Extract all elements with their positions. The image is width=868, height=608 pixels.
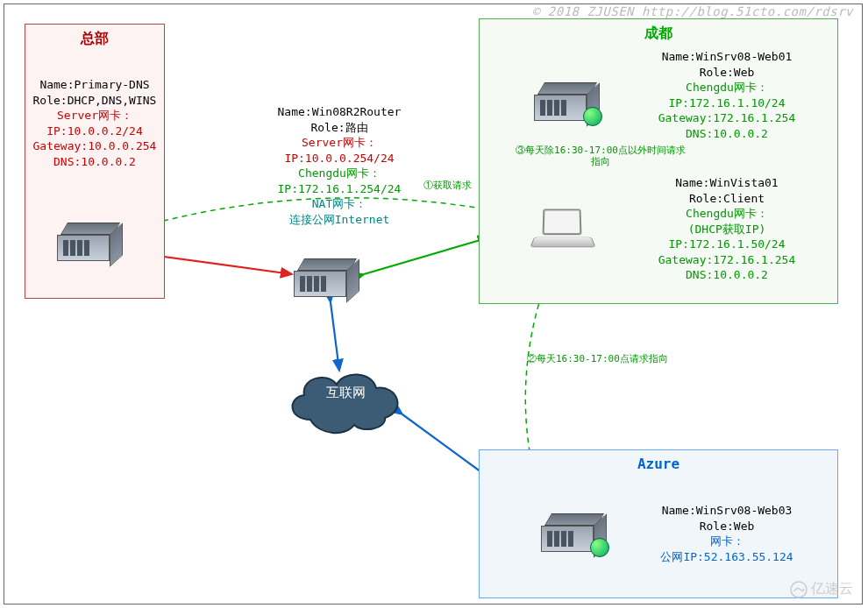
annotation-req1: ①获取请求 [423,180,472,191]
zone-hq-title: 总部 [25,30,164,48]
svg-line-3 [402,414,491,479]
cloud-label: 互联网 [280,385,411,401]
annotation-req2: ②每天16:30-17:00点请求指向 [527,353,668,364]
node-vista-info: Name:WinVista01 Role:Client Chengdu网卡： (… [630,175,823,283]
watermark-top: © 2018 ZJUSEN http://blog.51cto.com/rdsr… [532,4,853,18]
node-router-info: Name:Win08R2Router Role:路由 Server网卡： IP:… [260,104,418,227]
watermark-logo: 亿速云 [790,580,853,598]
laptop-icon [532,209,594,252]
zone-azure-title: Azure [480,456,837,472]
diagram-canvas: © 2018 ZJUSEN http://blog.51cto.com/rdsr… [4,4,863,604]
server-icon-web03 [541,513,604,554]
zone-azure: Azure Name:WinSrv08-Web03 Role:Web 网卡： 公… [479,449,838,598]
node-web03-info: Name:WinSrv08-Web03 Role:Web 网卡： 公网IP:52… [630,503,823,564]
cloud-internet: 互联网 [280,358,411,437]
annotation-req3: ③每天除16:30-17:00点以外时间请求指向 [513,145,688,167]
globe-icon [590,538,609,557]
node-web01-info: Name:WinSrv08-Web01 Role:Web Chengdu网卡： … [630,49,823,141]
zone-hq: 总部 Name:Primary-DNS Role:DHCP,DNS,WINS S… [25,24,165,299]
server-icon-primary-dns [57,223,120,263]
svg-line-1 [364,237,489,274]
zone-chengdu-title: 成都 [480,25,837,43]
server-icon-web01 [534,82,597,123]
server-icon-router [294,258,357,299]
globe-icon [583,107,602,126]
node-primary-dns-info: Name:Primary-DNS Role:DHCP,DNS,WINS Serv… [25,77,164,169]
